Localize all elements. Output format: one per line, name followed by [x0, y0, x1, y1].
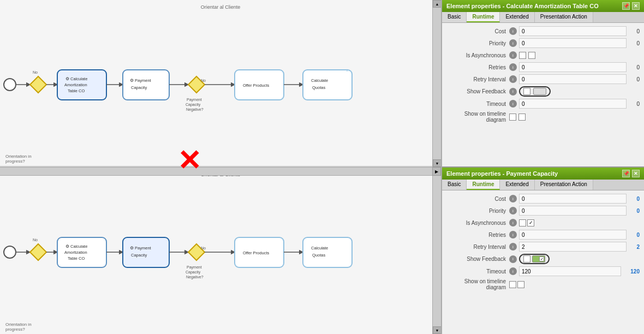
scroll-down-button-top[interactable]: ▼ [433, 159, 442, 167]
timeout-label-bottom: Timeout [446, 269, 509, 275]
async-label-top: Is Asynchronous [446, 52, 509, 58]
priority-input-top[interactable] [519, 38, 627, 48]
priority-row-bottom: Priority i 0 [442, 205, 644, 217]
svg-text:Calculate: Calculate [311, 78, 328, 83]
top-panel-title: Element properties - Calculate Amortizat… [446, 3, 599, 9]
svg-rect-32 [57, 237, 106, 267]
svg-text:Table CO: Table CO [68, 256, 85, 261]
bottom-panel-pin-button[interactable]: 📌 [622, 170, 630, 177]
svg-rect-47 [235, 237, 284, 267]
timeline-checkbox1-top[interactable] [509, 114, 516, 121]
svg-text:No: No [33, 238, 38, 242]
retries-info-icon-bottom: i [509, 231, 517, 238]
timeline-checkbox2-top[interactable] [518, 114, 526, 121]
top-panel-pin-button[interactable]: 📌 [622, 2, 630, 10]
svg-text:Quotas: Quotas [312, 253, 325, 258]
svg-text:Amortization: Amortization [64, 82, 87, 87]
timeline-checkbox2-bottom[interactable] [517, 281, 524, 288]
top-diagram-pane: Orientar al Cliente No ⚙ Calculate Amort… [0, 0, 441, 167]
async-checkbox-top[interactable] [519, 52, 526, 59]
tab-runtime-bottom[interactable]: Runtime [467, 180, 500, 190]
retry-interval-input-top[interactable] [519, 74, 627, 84]
retry-interval-row-top: Retry Interval i 0 [442, 73, 644, 85]
svg-text:Capacity: Capacity [131, 85, 147, 90]
show-feedback-container-bottom: ✓ [519, 254, 550, 264]
priority-input-bottom[interactable] [519, 206, 627, 216]
show-feedback-label-bottom: Show Feedback [446, 256, 509, 262]
tab-extended-bottom[interactable]: Extended [500, 180, 534, 190]
svg-text:⚙ Calculate: ⚙ Calculate [65, 244, 87, 249]
svg-rect-10 [123, 70, 169, 100]
scroll-up-button-top[interactable]: ▲ [433, 0, 442, 8]
tab-extended-top[interactable]: Extended [500, 12, 534, 22]
timeout-label-top: Timeout [446, 101, 509, 107]
bottom-panel-title: Element properties - Payment Capacity [446, 170, 558, 177]
timeout-input-bottom[interactable] [519, 266, 621, 276]
top-panel-header: Element properties - Calculate Amortizat… [442, 0, 644, 12]
priority-info-icon-bottom: i [509, 207, 517, 214]
svg-marker-2 [30, 76, 46, 93]
cost-input-bottom[interactable] [519, 194, 627, 204]
tab-runtime-top[interactable]: Runtime [467, 12, 500, 22]
tab-basic-bottom[interactable]: Basic [442, 180, 467, 190]
bottom-scrollbar: ▲ ▼ [432, 167, 441, 334]
timeline-checkbox1-bottom[interactable] [509, 281, 516, 288]
retry-interval-info-icon-bottom: i [509, 243, 517, 250]
timeout-input-top[interactable] [519, 99, 627, 109]
scroll-right-button[interactable]: ▶ [432, 167, 441, 176]
svg-text:⚙ Calculate: ⚙ Calculate [65, 76, 87, 81]
scroll-down-button-bottom[interactable]: ▼ [433, 326, 442, 334]
svg-text:Offer Products: Offer Products [243, 83, 269, 88]
tab-presentation-bottom[interactable]: Presentation Action [535, 180, 593, 190]
async-row-bottom: Is Asynchronous i ✓ [442, 217, 644, 229]
tab-presentation-top[interactable]: Presentation Action [535, 12, 593, 22]
async-checkbox2-top[interactable] [528, 52, 535, 59]
retries-value-top: 0 [629, 64, 640, 70]
retries-value-bottom: 0 [629, 232, 640, 238]
retries-label-top: Retries [446, 64, 509, 70]
show-feedback-checkbox-bottom[interactable] [523, 255, 530, 263]
svg-text:Quotas: Quotas [312, 85, 325, 90]
top-diagram-label: Orientar al Cliente [201, 4, 241, 10]
priority-label-bottom: Priority [446, 208, 509, 214]
cost-value-bottom: 0 [629, 196, 640, 202]
top-panel-close-button[interactable]: ✕ [632, 2, 640, 10]
timeout-value-bottom: 120 [623, 269, 640, 275]
show-feedback-checkbox-top[interactable] [523, 88, 530, 95]
async-checkbox-bottom[interactable] [519, 219, 526, 226]
top-scrollbar: ▲ ▼ [432, 0, 441, 167]
retries-input-bottom[interactable] [519, 230, 627, 240]
retries-row-top: Retries i 0 [442, 61, 644, 73]
async-info-icon-bottom: i [509, 219, 517, 226]
top-properties-panel: Element properties - Calculate Amortizat… [442, 0, 644, 168]
retry-interval-value-bottom: 2 [629, 244, 640, 250]
async-checked-bottom[interactable]: ✓ [527, 219, 534, 226]
retries-input-top[interactable] [519, 62, 627, 72]
pane-divider: ▶ [0, 167, 441, 176]
show-feedback-toggle-bottom[interactable]: ✓ [532, 255, 545, 263]
bottom-panel-close-button[interactable]: ✕ [632, 170, 640, 177]
tab-basic-top[interactable]: Basic [442, 12, 467, 22]
bottom-pane-bottom-label: Orientation inprogress? [5, 322, 32, 332]
cost-input-top[interactable] [519, 26, 627, 36]
timeline-row-top: Show on timeline diagram [442, 110, 644, 124]
svg-text:⚙ Payment: ⚙ Payment [130, 246, 152, 250]
priority-label-top: Priority [446, 40, 509, 46]
priority-value-top: 0 [629, 40, 640, 46]
retries-label-bottom: Retries [446, 232, 509, 238]
svg-text:No: No [33, 70, 38, 74]
timeout-info-icon-bottom: i [509, 267, 517, 275]
retry-interval-input-bottom[interactable] [519, 242, 627, 252]
show-feedback-label-top: Show Feedback [446, 88, 509, 94]
bottom-diagram-svg: No ⚙ Calculate Amortization Table CO ⚙ P… [0, 168, 441, 334]
retries-info-icon-top: i [509, 63, 517, 71]
retry-interval-row-bottom: Retry Interval i 2 [442, 241, 644, 253]
show-feedback-info-icon-bottom: i [509, 255, 517, 263]
retry-interval-label-top: Retry Interval [446, 76, 509, 82]
top-pane-bottom-label: Orientation inprogress? [5, 154, 32, 164]
cost-label-top: Cost [446, 28, 509, 34]
show-feedback-info-icon-top: i [509, 88, 517, 96]
svg-rect-50 [303, 237, 352, 267]
top-panel-tabs: Basic Runtime Extended Presentation Acti… [442, 12, 644, 23]
show-feedback-toggle-top[interactable] [533, 88, 546, 95]
